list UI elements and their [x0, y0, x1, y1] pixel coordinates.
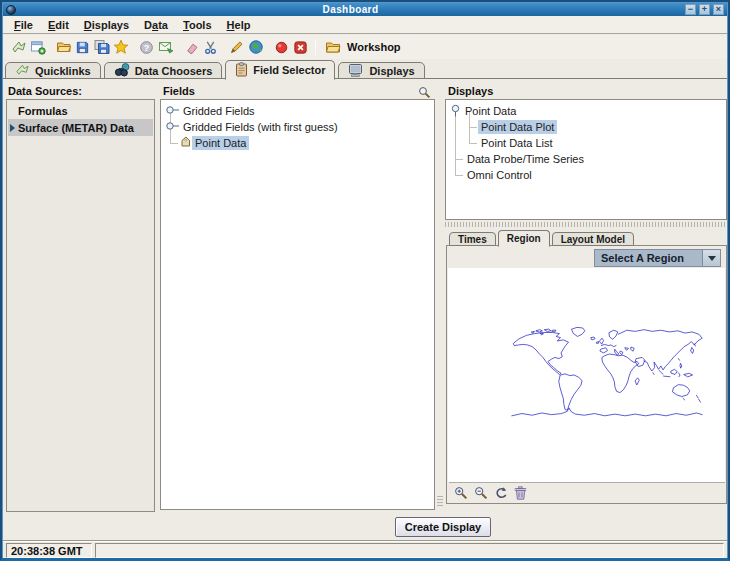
tab-quicklinks[interactable]: Quicklinks [5, 62, 101, 79]
clipboard-icon [235, 62, 248, 79]
close-button[interactable]: × [713, 4, 724, 15]
fields-tree: Gridded Fields Gridded Fields (with firs… [160, 99, 435, 510]
save-as-icon[interactable] [92, 38, 111, 57]
world-map [505, 324, 709, 426]
maximize-button[interactable]: + [699, 4, 710, 15]
zoom-in-icon[interactable] [452, 485, 469, 502]
tree-node-point-data-list[interactable]: Point Data List [478, 135, 556, 151]
region-combobox[interactable]: Select A Region [594, 249, 721, 267]
quicklinks-icon[interactable] [9, 38, 28, 57]
expanded-node-icon [450, 104, 462, 119]
map-toolbar [449, 482, 725, 503]
tab-label: Data Choosers [135, 65, 213, 77]
binoculars-icon [114, 63, 130, 79]
rotate-icon[interactable] [492, 485, 509, 502]
window-title: Dashboard [16, 4, 685, 16]
favorites-star-icon[interactable] [111, 38, 130, 57]
collapsed-node-icon [165, 105, 180, 117]
list-item-formulas[interactable]: Formulas [8, 102, 153, 119]
subtab-label: Layout Model [561, 234, 625, 245]
tree-node-label: Gridded Fields [180, 104, 258, 118]
subtab-region[interactable]: Region [498, 230, 550, 247]
collapsed-node-icon [165, 121, 180, 133]
tree-node-gridded-fields[interactable]: Gridded Fields [165, 103, 258, 119]
globe-icon[interactable] [246, 38, 265, 57]
fields-header: Fields [163, 85, 195, 97]
tree-node-label: Point Data Plot [478, 120, 557, 134]
cut-icon[interactable] [201, 38, 220, 57]
tab-field-selector[interactable]: Field Selector [225, 60, 335, 80]
idv-logo-icon [6, 5, 16, 15]
tree-node-point-data-plot[interactable]: Point Data Plot [478, 119, 557, 135]
edit-pencil-icon[interactable] [227, 38, 246, 57]
tree-node-label: Gridded Fields (with first guess) [180, 120, 341, 134]
displays-splitter[interactable] [445, 222, 727, 227]
workshop-folder-icon[interactable] [323, 38, 342, 57]
stop-icon[interactable] [291, 38, 310, 57]
tree-node-point-data-display[interactable]: Point Data [450, 103, 519, 119]
subtab-label: Times [458, 234, 487, 245]
create-display-button[interactable]: Create Display [395, 517, 491, 537]
status-message-area [95, 543, 724, 558]
menu-edit[interactable]: Edit [41, 18, 77, 32]
displays-tree: Point Data Point Data Plot Point Data Li… [445, 99, 727, 220]
clock-readout: 20:38:38 GMT [6, 543, 92, 558]
title-bar[interactable]: Dashboard − + × [3, 3, 727, 16]
tree-node-data-probe[interactable]: Data Probe/Time Series [464, 151, 587, 167]
toolbar: ? Workshop [3, 35, 727, 59]
tab-displays[interactable]: Displays [338, 62, 424, 79]
tree-node-label: Data Probe/Time Series [464, 152, 587, 166]
tab-label: Quicklinks [35, 65, 91, 77]
menu-bar: File Edit Displays Data Tools Help [3, 16, 727, 34]
support-form-icon[interactable] [156, 38, 175, 57]
tree-node-omni-control[interactable]: Omni Control [464, 167, 535, 183]
menu-tools[interactable]: Tools [176, 18, 220, 32]
help-icon[interactable]: ? [137, 38, 156, 57]
open-file-icon[interactable] [54, 38, 73, 57]
zoom-out-icon[interactable] [472, 485, 489, 502]
menu-file[interactable]: File [7, 18, 41, 32]
menu-help[interactable]: Help [220, 18, 259, 32]
tab-label: Field Selector [253, 64, 325, 76]
list-item-surface-metar[interactable]: Surface (METAR) Data [8, 119, 153, 136]
chevron-down-icon [708, 256, 716, 261]
tree-node-point-data[interactable]: Point Data [180, 135, 249, 151]
subtab-label: Region [507, 233, 541, 244]
tab-data-choosers[interactable]: Data Choosers [104, 62, 223, 79]
new-window-icon[interactable] [28, 38, 47, 57]
tree-node-label: Point Data [192, 136, 249, 150]
selection-arrow-icon [10, 124, 15, 132]
tree-node-label: Point Data List [478, 136, 556, 150]
minimize-button[interactable]: − [685, 4, 696, 15]
center-splitter[interactable] [435, 79, 445, 515]
dashboard-window: Dashboard − + × File Edit Displays Data … [0, 0, 730, 561]
tree-node-label: Omni Control [464, 168, 535, 182]
menu-data[interactable]: Data [137, 18, 176, 32]
list-item-label: Surface (METAR) Data [18, 122, 134, 134]
tab-label: Displays [369, 65, 414, 77]
svg-text:?: ? [144, 42, 149, 52]
combo-dropdown-button[interactable] [702, 250, 720, 266]
menu-displays[interactable]: Displays [77, 18, 137, 32]
region-map-canvas[interactable] [448, 268, 725, 482]
record-icon[interactable] [272, 38, 291, 57]
subtab-layout-model[interactable]: Layout Model [552, 232, 634, 246]
splitter-grip[interactable] [437, 494, 443, 506]
list-item-label: Formulas [18, 105, 68, 117]
data-sources-list: Formulas Surface (METAR) Data [6, 99, 155, 512]
workshop-label: Workshop [347, 41, 401, 53]
displays-header: Displays [448, 85, 493, 97]
tree-node-label: Point Data [462, 104, 519, 118]
main-tabs: Quicklinks Data Choosers Field Selector … [5, 59, 727, 79]
tree-node-gridded-fields-first-guess[interactable]: Gridded Fields (with first guess) [165, 119, 341, 135]
delete-trash-icon[interactable] [512, 485, 529, 502]
quicklinks-tab-icon [15, 63, 30, 78]
save-icon[interactable] [73, 38, 92, 57]
tag-leaf-icon [180, 136, 192, 150]
erase-icon[interactable] [182, 38, 201, 57]
monitor-icon [348, 63, 364, 79]
toolbar-separator [315, 40, 316, 55]
data-sources-header: Data Sources: [8, 85, 82, 97]
region-subtabs: Times Region Layout Model [449, 229, 636, 246]
subtab-times[interactable]: Times [449, 232, 496, 246]
